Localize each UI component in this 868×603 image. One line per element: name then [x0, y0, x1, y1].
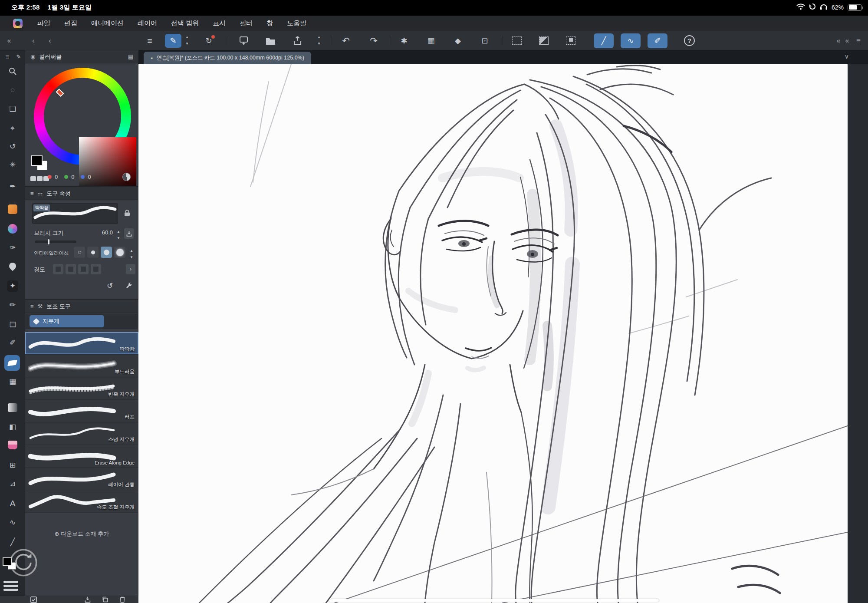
tool-stepper[interactable]: ▴ ▾	[184, 34, 190, 47]
redo-icon[interactable]: ↷	[367, 35, 380, 47]
list-item[interactable]: 스냅 지우개	[25, 422, 138, 445]
palette-menu-icon[interactable]: ≡	[2, 51, 13, 63]
open-folder-icon[interactable]	[264, 35, 277, 47]
main-sub-color-swatches[interactable]	[31, 155, 49, 173]
snap-ruler-icon[interactable]: ╱	[594, 33, 614, 48]
lock-icon[interactable]	[124, 209, 130, 218]
clip-studio-logo-icon[interactable]	[13, 19, 23, 28]
download-icon[interactable]	[85, 596, 91, 603]
collapse-left-icon[interactable]: «	[3, 35, 16, 47]
compact-brush-sizes[interactable]	[3, 581, 18, 591]
text-tool[interactable]: A	[7, 498, 18, 509]
dock-collapse2-icon[interactable]: «	[844, 35, 851, 47]
palette-pen-icon[interactable]: ✎	[13, 51, 24, 63]
calligraphy-tool[interactable]: ✐	[7, 337, 18, 349]
view-stepper[interactable]: ▴ ▾	[316, 34, 322, 47]
sync-materials-icon[interactable]: ↻	[202, 35, 215, 47]
list-item[interactable]: 부드러움	[25, 355, 138, 377]
menu-animation[interactable]: 애니메이션	[91, 19, 124, 27]
stepper-up-icon[interactable]: ▴	[131, 247, 133, 254]
main-menu-icon[interactable]: ≡	[143, 35, 156, 47]
canvas-artwork[interactable]	[138, 64, 848, 603]
right-panel-dock[interactable]	[848, 64, 868, 603]
pattern-tool[interactable]: ▤	[7, 319, 18, 330]
hardness-option-4[interactable]	[91, 264, 101, 274]
list-item[interactable]: 레이어 관통	[25, 468, 138, 490]
hardness-option-2[interactable]	[66, 264, 76, 274]
eraser-tool[interactable]	[4, 355, 20, 371]
antialias-none-option[interactable]	[74, 247, 85, 258]
import-device-icon[interactable]	[237, 35, 250, 47]
frame-border-tool[interactable]: ⊞	[7, 460, 18, 471]
auto-select-tool[interactable]: ✳	[7, 159, 18, 171]
pen-tool[interactable]: ✒	[7, 181, 18, 192]
list-item[interactable]: 딱딱함	[25, 332, 138, 355]
stepper-down-icon[interactable]: ▾	[318, 40, 320, 47]
lasso-tool[interactable]: ◌	[7, 85, 18, 96]
airbrush-tool[interactable]: ✦	[7, 280, 18, 292]
list-item[interactable]: Erase Along Edge	[25, 445, 138, 468]
stepper-down-icon[interactable]: ▾	[186, 40, 188, 47]
menu-edit[interactable]: 편집	[64, 19, 77, 27]
antialias-stepper[interactable]: ▴ ▾	[128, 247, 135, 260]
snap-vector-icon[interactable]: ✐	[648, 33, 667, 48]
marker-tool[interactable]: ✑	[7, 242, 18, 254]
select-filled-icon[interactable]	[539, 36, 549, 45]
duplicate-icon[interactable]	[102, 596, 108, 603]
home-indicator[interactable]	[329, 599, 659, 602]
pencil-tool[interactable]: ✏	[7, 300, 18, 311]
brush-preview[interactable]: 딱딱함	[32, 203, 118, 224]
brush-tool[interactable]: ╱	[7, 537, 18, 548]
menu-window[interactable]: 창	[266, 19, 273, 27]
menu-filter[interactable]: 필터	[240, 19, 253, 27]
tone-tool[interactable]: ▦	[7, 376, 18, 387]
zoom-tool[interactable]	[7, 66, 18, 77]
curve-tool[interactable]: ∿	[7, 517, 18, 528]
mesh-transform-icon[interactable]: ▦	[424, 35, 437, 47]
blend-tool[interactable]	[7, 261, 18, 272]
ruler-tool[interactable]: ⊿	[7, 478, 18, 490]
sub-tool-group-chip[interactable]: 지우개	[30, 315, 104, 327]
collapse-panel-icon[interactable]: ‹	[27, 35, 40, 47]
dock-menu-icon[interactable]: ≡	[854, 35, 863, 47]
stepper-down-icon[interactable]: ▾	[118, 235, 120, 241]
menu-view[interactable]: 표시	[213, 19, 226, 27]
hardness-expand-button[interactable]: ›	[126, 264, 135, 274]
stepper-up-icon[interactable]: ▴	[186, 34, 188, 40]
document-tab[interactable]: ● 연습[복원]* (포스트 카드 100.00 x 148.00mm 600d…	[144, 52, 311, 64]
tab-list-chevron-icon[interactable]: ∨	[845, 53, 849, 60]
hardness-option-1[interactable]	[53, 264, 63, 274]
select-inverse-icon[interactable]	[566, 36, 575, 45]
brush-size-slider[interactable]	[35, 241, 76, 243]
gradient-tool[interactable]	[7, 402, 18, 413]
export-icon[interactable]	[291, 35, 304, 47]
undo-icon[interactable]: ↶	[339, 35, 352, 47]
antialias-weak-option[interactable]	[87, 247, 99, 258]
list-item[interactable]: 속도 조절 지우개	[25, 490, 138, 513]
fill-tool[interactable]: ◧	[7, 422, 18, 433]
menu-selection[interactable]: 선택 범위	[171, 19, 199, 27]
crop-icon[interactable]: ⊡	[478, 35, 491, 47]
color-history-strip[interactable]	[30, 176, 49, 181]
rotate-canvas-tool[interactable]: ↺	[7, 141, 18, 152]
snap-special-ruler-icon[interactable]: ∿	[621, 33, 641, 48]
size-source-button[interactable]	[124, 228, 134, 239]
stepper-up-icon[interactable]: ▴	[318, 34, 320, 40]
antialias-middle-option[interactable]	[101, 247, 112, 258]
checkbox-icon[interactable]	[30, 596, 37, 603]
move-tool[interactable]: ⌖	[7, 123, 18, 134]
brush-size-stepper[interactable]: ▴ ▾	[115, 228, 122, 241]
current-tool-button[interactable]: ✎	[165, 34, 181, 48]
menu-layer[interactable]: 레이어	[138, 19, 157, 27]
menu-help[interactable]: 도움말	[287, 19, 306, 27]
transparency-icon[interactable]	[122, 173, 131, 181]
list-item[interactable]: 반죽 지우개	[25, 377, 138, 400]
selection-tool[interactable]: ❏	[7, 104, 18, 115]
add-material-button[interactable]: ⊕ 다운로드 소재 추가	[25, 530, 138, 538]
dock-collapse-icon[interactable]: «	[835, 35, 842, 47]
menu-file[interactable]: 파일	[37, 19, 50, 27]
help-icon[interactable]: ?	[684, 35, 695, 46]
stepper-down-icon[interactable]: ▾	[131, 254, 133, 260]
pastel-tool[interactable]	[7, 204, 18, 215]
main-color-swatch[interactable]	[31, 155, 43, 166]
